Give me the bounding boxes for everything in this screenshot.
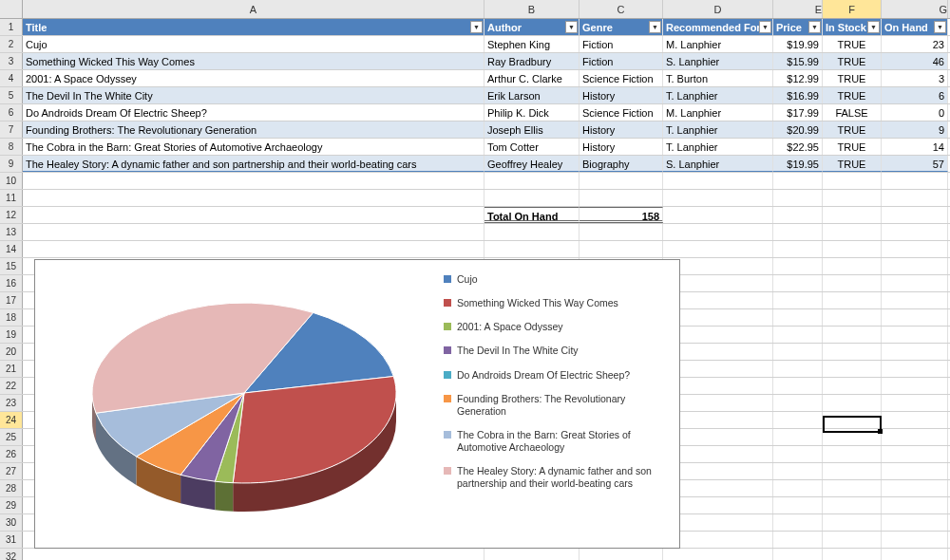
cell[interactable] <box>823 309 882 326</box>
cell[interactable] <box>882 532 948 548</box>
header-recommended[interactable]: Recommended For▼ <box>663 19 773 35</box>
cell[interactable] <box>882 309 948 326</box>
cell[interactable] <box>23 173 484 189</box>
cell[interactable] <box>23 241 484 257</box>
cell-instock[interactable]: TRUE <box>823 156 882 172</box>
cell-author[interactable]: Tom Cotter <box>484 139 580 155</box>
cell-price[interactable]: $22.95 <box>773 139 823 155</box>
row-header[interactable]: 12 <box>0 207 23 223</box>
cell[interactable] <box>773 446 823 462</box>
cell-genre[interactable]: Biography <box>580 156 663 172</box>
row-header[interactable]: 15 <box>0 258 23 274</box>
cell[interactable] <box>823 241 882 257</box>
cell[interactable] <box>823 378 882 394</box>
cell[interactable] <box>773 412 823 428</box>
cell-genre[interactable]: History <box>580 139 663 155</box>
cell-price[interactable]: $20.99 <box>773 121 823 138</box>
cell-price[interactable]: $15.99 <box>773 53 823 69</box>
row-header[interactable]: 6 <box>0 104 23 121</box>
cell-instock[interactable]: TRUE <box>823 139 882 155</box>
cell[interactable] <box>484 241 580 257</box>
filter-dropdown-icon[interactable]: ▼ <box>470 21 483 33</box>
col-header-E[interactable]: E <box>773 0 823 18</box>
cell[interactable] <box>773 395 823 411</box>
cell-genre[interactable]: History <box>580 121 663 138</box>
row-header[interactable]: 4 <box>0 70 23 86</box>
cell[interactable] <box>580 241 663 257</box>
cell-title[interactable]: Founding Brothers: The Revolutionary Gen… <box>23 121 484 138</box>
cell[interactable] <box>23 190 484 206</box>
cell[interactable] <box>882 412 948 428</box>
cell[interactable] <box>823 532 882 548</box>
cell[interactable] <box>773 344 823 360</box>
cell[interactable] <box>882 549 948 560</box>
col-header-C[interactable]: C <box>580 0 663 18</box>
filter-dropdown-icon[interactable]: ▼ <box>565 21 578 33</box>
cell-onhand[interactable]: 6 <box>882 87 948 103</box>
cell[interactable] <box>773 241 823 257</box>
row-header[interactable]: 14 <box>0 241 23 257</box>
cell-author[interactable]: Philip K. Dick <box>484 104 580 121</box>
row-header[interactable]: 2 <box>0 36 23 52</box>
cell-price[interactable]: $17.99 <box>773 104 823 121</box>
cell[interactable] <box>773 292 823 308</box>
filter-dropdown-icon[interactable]: ▼ <box>649 21 661 33</box>
cell[interactable] <box>484 549 580 560</box>
cell[interactable] <box>663 549 773 560</box>
cell-title[interactable]: The Healey Story: A dynamic father and s… <box>23 156 484 172</box>
cell[interactable] <box>882 463 948 479</box>
cell-instock[interactable]: TRUE <box>823 87 882 103</box>
cell[interactable] <box>773 309 823 326</box>
cell-genre[interactable]: Science Fiction <box>580 104 663 121</box>
cell-author[interactable]: Erik Larson <box>484 87 580 103</box>
cell[interactable] <box>663 173 773 189</box>
cell[interactable] <box>823 258 882 274</box>
cell[interactable] <box>882 224 948 240</box>
cell[interactable] <box>823 463 882 479</box>
cell-onhand[interactable]: 46 <box>882 53 948 69</box>
col-header-B[interactable]: B <box>484 0 580 18</box>
cell[interactable] <box>663 224 773 240</box>
cell-price[interactable]: $12.99 <box>773 70 823 86</box>
cell[interactable] <box>882 497 948 513</box>
row-header[interactable]: 16 <box>0 275 23 291</box>
cell[interactable] <box>580 224 663 240</box>
cell-title[interactable]: Cujo <box>23 36 484 52</box>
cell[interactable] <box>882 207 948 223</box>
row-header[interactable]: 5 <box>0 87 23 103</box>
header-title[interactable]: Title▼ <box>23 19 484 35</box>
row-header[interactable]: 9 <box>0 156 23 172</box>
cell[interactable] <box>773 173 823 189</box>
cell[interactable] <box>773 480 823 496</box>
cell[interactable] <box>882 292 948 308</box>
cell-instock[interactable]: TRUE <box>823 121 882 138</box>
cell[interactable] <box>823 207 882 223</box>
filter-dropdown-icon[interactable]: ▼ <box>934 21 946 33</box>
cell[interactable] <box>484 224 580 240</box>
select-all-corner[interactable] <box>0 0 23 18</box>
cell[interactable] <box>882 241 948 257</box>
cell-recommended[interactable]: T. Lanphier <box>663 87 773 103</box>
row-header[interactable]: 10 <box>0 173 23 189</box>
cell-genre[interactable]: Fiction <box>580 53 663 69</box>
row-header[interactable]: 26 <box>0 446 23 462</box>
row-header[interactable]: 25 <box>0 429 23 445</box>
cell[interactable] <box>773 207 823 223</box>
filter-dropdown-icon[interactable]: ▼ <box>867 21 880 33</box>
cell-title[interactable]: Do Androids Dream Of Electric Sheep? <box>23 104 484 121</box>
row-header[interactable]: 29 <box>0 497 23 513</box>
cell[interactable] <box>663 190 773 206</box>
cell-instock[interactable]: TRUE <box>823 36 882 52</box>
row-header[interactable]: 7 <box>0 121 23 138</box>
row-header[interactable]: 30 <box>0 514 23 531</box>
cell-instock[interactable]: FALSE <box>823 104 882 121</box>
cell[interactable] <box>882 514 948 531</box>
cell[interactable] <box>773 532 823 548</box>
cell-recommended[interactable]: T. Lanphier <box>663 121 773 138</box>
cell-onhand[interactable]: 0 <box>882 104 948 121</box>
pie-chart[interactable]: CujoSomething Wicked This Way Comes2001:… <box>34 259 680 549</box>
cell-onhand[interactable]: 23 <box>882 36 948 52</box>
cell[interactable] <box>580 173 663 189</box>
cell[interactable] <box>773 275 823 291</box>
cell[interactable] <box>882 258 948 274</box>
